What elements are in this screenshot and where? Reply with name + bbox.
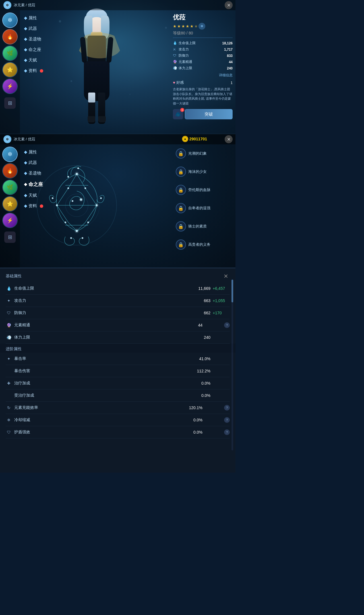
stat-def-name: 防御力 [179, 53, 227, 58]
constellation-artwork [34, 151, 119, 259]
close-button[interactable]: ✕ [225, 1, 233, 9]
nav-constellation-p1[interactable]: 命之座 [22, 46, 46, 54]
panel2-avatar-anemo[interactable]: 🌿 [2, 180, 18, 195]
basic-stats-list: 💧 生命值上限 11,669 +6,457 ✦ 攻击力 663 +1,055 🛡… [0, 282, 235, 344]
breakthrough-button[interactable]: 突破 [185, 109, 233, 119]
constellation-2[interactable]: 🔒 海沫的少女 [176, 167, 233, 177]
panel2-nav-attributes[interactable]: 属性 [22, 148, 46, 156]
nav-alert-badge [40, 69, 43, 73]
stat-entry-healing: ✚ 治疗加成 0.0% [6, 377, 230, 390]
constellation-5[interactable]: 🔒 骑士的素质 [176, 221, 233, 231]
panel2-grid-button[interactable]: ⊞ [4, 231, 16, 243]
element-icon: ❄ [3, 1, 11, 9]
nav-diamond-icon [24, 38, 27, 41]
panel2-close-button[interactable]: ✕ [225, 135, 233, 143]
svg-point-15 [52, 197, 53, 199]
avatar-eula[interactable]: ❄ [2, 13, 18, 28]
panel2-nav-weapon[interactable]: 武器 [22, 159, 46, 167]
coin-amount: 29011701 [189, 137, 207, 141]
nav-attributes[interactable]: 属性 [22, 14, 46, 22]
star3: ★ [181, 24, 185, 28]
stat-atk-entry-bonus: +1,055 [213, 298, 230, 303]
panel3-scrollbar[interactable] [231, 280, 233, 450]
nav-artifacts[interactable]: 圣遗物 [22, 35, 46, 43]
shield-str-icon: 🛡 [6, 429, 12, 435]
panel2-avatar-pyro[interactable]: 🔥 [2, 163, 18, 179]
nav-constellation-p1-label: 命之座 [28, 47, 41, 52]
constellation-6[interactable]: 🔒 高贵者的义务 [176, 239, 233, 250]
panel2-avatar-electro[interactable]: ⚡ [2, 213, 18, 228]
top-bar: ❄ 冰元素 / 优菈 ✕ [0, 0, 235, 10]
panel2-avatar-geo[interactable]: ⭐ [2, 196, 18, 212]
favor-row: ♥ 好感 1 [173, 80, 233, 85]
constellation-1[interactable]: 🔒 光潮的幻象 [176, 148, 233, 159]
lock-icon-4: 🔒 [176, 203, 186, 213]
constellation-3[interactable]: 🔒 劳伦斯的血脉 [176, 185, 233, 195]
constellation-list: 🔒 光潮的幻象 🔒 海沫的少女 🔒 劳伦斯的血脉 🔒 自卑者的逞强 🔒 骑士的素… [176, 148, 233, 250]
panel2-nav-profile[interactable]: 资料 [22, 202, 46, 210]
character-figure [65, 9, 128, 128]
character-name: 优菈 [173, 13, 233, 22]
panel2-element-icon: ❄ [3, 135, 11, 143]
panel2-nav-talents[interactable]: 天赋 [22, 192, 46, 199]
breadcrumb-text: 冰元素 / 优菈 [14, 3, 35, 8]
advanced-stats-list: ✦ 暴击率 41.0% 暴击伤害 112.2% ✚ 治疗加成 0.0% 受治疗加… [0, 353, 235, 438]
panel3-close-button[interactable]: ✕ [222, 272, 230, 280]
element-switch-btn[interactable]: ❄ [198, 23, 205, 30]
nav-talents[interactable]: 天赋 [22, 56, 46, 64]
em-help-button[interactable]: ? [224, 322, 230, 328]
panel2-nav-artifacts[interactable]: 圣遗物 [22, 169, 46, 177]
stat-atk-entry-base: 663 [204, 298, 210, 303]
avatar-electro-char[interactable]: ⚡ [2, 79, 18, 94]
star6: ★ [194, 24, 198, 28]
avatar-anemo-char[interactable]: 🌿 [2, 46, 18, 61]
shield-help-button[interactable]: ? [224, 429, 230, 435]
svg-point-21 [75, 229, 79, 233]
favor-label: 好感 [176, 80, 230, 85]
svg-point-9 [65, 222, 66, 223]
nav-weapon-label: 武器 [28, 26, 37, 31]
stat-entry-cd-reduce: ❄ 冷却缩减 0.0% ? [6, 414, 230, 426]
character-sidebar: ❄ 🔥 🌿 ⭐ ⚡ ⊞ [0, 10, 20, 134]
stat-entry-stamina: 💨 体力上限 240 [6, 331, 230, 344]
avatar-pyro-char[interactable]: 🔥 [2, 29, 18, 44]
character-level: 等级80 / 80 [173, 31, 233, 38]
stat-hp-entry-name: 生命值上限 [14, 286, 198, 291]
stat-incoming-heal-name: 受治疗加成 [14, 393, 201, 398]
panel2-nav-constellation-active[interactable]: 命之座 [22, 180, 46, 189]
stat-entry-crit-dmg: 暴击伤害 112.2% [6, 365, 230, 377]
stat-entry-em: 🔮 元素精通 44 ? [6, 319, 230, 331]
character-info-panel: ❄ 冰元素 / 优菈 ✕ ❄ 🔥 🌿 ⭐ ⚡ ⊞ 属性 武器 [0, 0, 235, 134]
panel3-header: 基础属性 ✕ [0, 268, 235, 282]
nav-weapon[interactable]: 武器 [22, 25, 46, 32]
grid-button[interactable]: ⊞ [4, 97, 16, 109]
panel3-scrollbar-thumb[interactable] [231, 280, 233, 302]
stat-healing-val: 0.0% [201, 381, 210, 386]
er-help-button[interactable]: ? [224, 405, 230, 411]
hp-icon: 💧 [173, 41, 177, 46]
stat-er-name: 元素充能效率 [14, 405, 189, 410]
breakthrough-row: 🧥 1 突破 [173, 109, 233, 119]
svg-point-12 [72, 200, 73, 202]
star2: ★ [177, 24, 181, 28]
char-icon-button[interactable]: 🧥 1 [173, 109, 183, 119]
stat-atk-entry-name: 攻击力 [14, 298, 204, 303]
er-icon: ↻ [6, 405, 12, 411]
stat-hp-entry-icon: 💧 [6, 285, 12, 292]
stat-cd-reduce-val: 0.0% [193, 418, 202, 422]
constellation-4[interactable]: 🔒 自卑者的逞强 [176, 203, 233, 213]
stat-def-entry-bonus: +170 [213, 311, 230, 315]
detail-link[interactable]: 详细信息 [173, 73, 233, 78]
stat-entry-crit-rate: ✦ 暴击率 41.0% [6, 353, 230, 365]
stat-def-entry-name: 防御力 [14, 310, 204, 315]
stat-atk-val: 1,717 [224, 48, 233, 52]
panel2-avatar-eula[interactable]: ❄ [2, 147, 18, 162]
avatar-geo-char[interactable]: ⭐ [2, 62, 18, 77]
panel2-top-bar: ❄ 冰元素 / 优菈 ● 29011701 ✕ [0, 134, 235, 144]
svg-point-10 [87, 222, 89, 223]
star4: ★ [186, 24, 189, 28]
stat-entry-er: ↻ 元素充能效率 120.1% ? [6, 402, 230, 414]
cd-help-button[interactable]: ? [224, 417, 230, 423]
nav-profile[interactable]: 资料 [22, 67, 46, 75]
stat-crit-rate-val: 41.0% [199, 356, 210, 361]
